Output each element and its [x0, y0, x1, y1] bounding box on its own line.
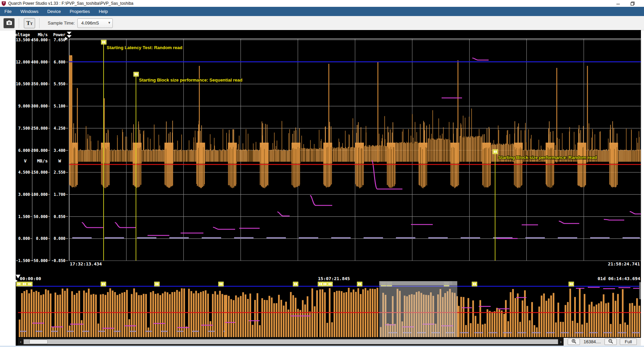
overview-bar [285, 302, 287, 337]
overview-right-edge-handle[interactable] [639, 282, 641, 299]
overview-bar [526, 306, 528, 337]
axis-tick-mbs: 300.000 [31, 104, 48, 109]
axis-tick-mbs: 100.000 [31, 192, 48, 197]
overview-bar [505, 300, 507, 337]
zoom-value-field[interactable]: 16384.... [583, 339, 601, 344]
overview-bar [557, 303, 559, 337]
annotation-flag-icon [157, 283, 158, 285]
annotation-flag-icon [570, 283, 571, 285]
overview-bar [249, 293, 251, 337]
overview-bar [140, 295, 142, 337]
overview-bar [591, 302, 593, 337]
overview-bar [245, 294, 246, 337]
toolbar-separator [19, 18, 19, 28]
axis-tick-mbs: 0.000 [36, 236, 48, 241]
annotation-flag-icon [330, 283, 332, 285]
annotation-flag-icon[interactable] [357, 282, 362, 286]
axis-tick-voltage: 7.500 [18, 126, 30, 131]
overview-bar [304, 304, 306, 337]
sample-time-value: 4.096mS [81, 20, 99, 26]
overview-bar [517, 293, 519, 337]
overview-bar [247, 299, 249, 337]
overview-bar [171, 292, 173, 337]
toolbar-separator [39, 18, 40, 28]
overview-bar [174, 292, 175, 337]
annotation-flag-icon [571, 283, 573, 285]
annotation-flag-icon [325, 283, 326, 285]
menu-item-file[interactable]: File [0, 7, 16, 16]
annotation-flag-icon [294, 283, 295, 285]
overview-bar [148, 328, 149, 337]
overview-bar [367, 290, 369, 337]
overview-bar [76, 293, 78, 337]
overview-bar [269, 296, 270, 337]
full-view-button[interactable]: Full [620, 338, 637, 345]
overview-bar [107, 292, 109, 337]
axis-tick-mbs: 400.000 [31, 60, 48, 64]
annotation-flag-icon[interactable] [569, 282, 574, 286]
overview-bar [190, 291, 192, 337]
annotation-flag-icon[interactable] [327, 282, 333, 286]
annotation-flag-icon[interactable] [22, 282, 27, 286]
axis-tick-power: 2.550 [53, 170, 65, 175]
annotation-flag-icon[interactable] [27, 282, 32, 286]
annotation-flag-icon[interactable] [134, 72, 139, 76]
overview-bar [86, 293, 87, 337]
overview-bar [617, 294, 619, 337]
restore-button[interactable] [630, 1, 635, 6]
overview-bar [226, 295, 227, 337]
overview-selection-handle[interactable] [452, 281, 457, 285]
chart-start-time: 17:32:13.434 [70, 261, 102, 266]
scroll-track[interactable] [24, 339, 558, 344]
overview-bar [484, 324, 486, 337]
sample-time-dropdown[interactable]: 4.096mS ▾ [77, 18, 113, 28]
menu-item-help[interactable]: Help [94, 7, 112, 16]
overview-bar [331, 322, 333, 337]
overview-bar [157, 293, 159, 337]
scroll-thumb[interactable] [29, 339, 48, 344]
annotation-flag-icon[interactable] [154, 282, 159, 286]
overview-bar [283, 306, 285, 337]
overview-bar [81, 320, 82, 337]
annotation-flag-icon[interactable] [101, 40, 106, 44]
power-trace-charts[interactable]: VoltageMb/sPower13.50012.00010.5009.0007… [0, 30, 644, 347]
text-annotation-button[interactable]: TT [24, 18, 35, 28]
overview-selection-window[interactable] [379, 281, 457, 337]
overview-bar [26, 290, 28, 337]
overview-bar [52, 327, 54, 337]
annotation-flag-icon [104, 283, 105, 285]
annotation-flag-icon[interactable] [218, 282, 224, 286]
scroll-left-button[interactable]: ‹ [18, 339, 24, 345]
screenshot-button[interactable] [3, 18, 15, 28]
overview-bar [155, 294, 156, 337]
overview-bar [600, 301, 602, 337]
annotation-flag-icon[interactable] [101, 282, 106, 286]
overview-bar [186, 327, 187, 337]
minimize-button[interactable] [615, 1, 621, 6]
overview-bar [224, 295, 226, 337]
annotation-flag-icon[interactable] [16, 282, 21, 286]
axis-tick-power: 3.400 [53, 148, 65, 153]
annotation-text: Starting Block size performance: Random … [498, 155, 597, 160]
overview-bar [458, 306, 460, 337]
overview-bar [150, 292, 152, 337]
annotation-flag-icon[interactable] [472, 282, 477, 286]
axis-tick-power: 1.700 [53, 192, 65, 197]
menu-item-windows[interactable]: Windows [16, 7, 43, 16]
zoom-out-button[interactable] [604, 338, 617, 345]
menu-item-device[interactable]: Device [43, 7, 65, 16]
overview-bar [355, 292, 357, 337]
overview-bar [302, 300, 304, 337]
annotation-flag-icon[interactable] [293, 282, 298, 286]
annotation-flag-icon[interactable] [493, 149, 498, 154]
overview-bar [605, 303, 607, 337]
zoom-in-button[interactable] [568, 338, 580, 345]
annotation-flag-icon [358, 283, 359, 285]
menu-item-properties[interactable]: Properties [65, 7, 94, 16]
overview-bar [548, 299, 550, 337]
overview-end-time: 01d 06:14:43.694 [598, 276, 640, 281]
scroll-right-button[interactable]: › [558, 339, 564, 345]
overview-bar [314, 306, 316, 337]
annotation-flag-icon[interactable] [322, 282, 327, 286]
overview-bar [572, 321, 573, 337]
